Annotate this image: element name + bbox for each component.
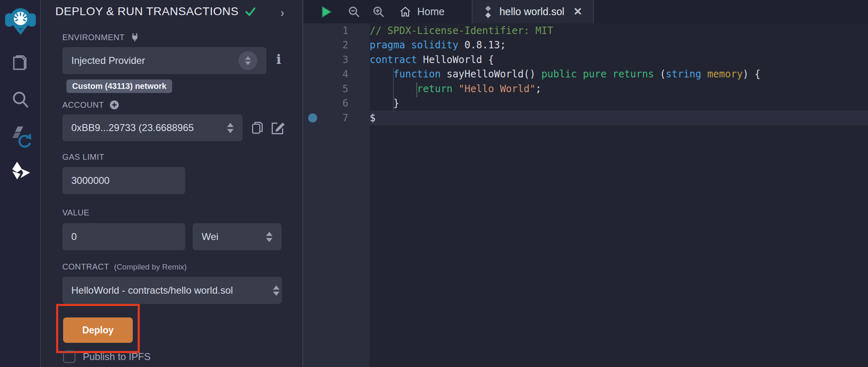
breakpoint-slot[interactable] bbox=[308, 99, 317, 108]
contract-label: CONTRACT (Compiled by Remix) bbox=[62, 262, 187, 272]
home-icon bbox=[399, 6, 411, 18]
run-play-icon[interactable] bbox=[319, 5, 333, 19]
gas-limit-label: GAS LIMIT bbox=[62, 152, 105, 162]
code-line-3[interactable]: contract HelloWorld { bbox=[370, 52, 868, 67]
plus-circle-icon[interactable] bbox=[109, 100, 120, 110]
code-line-1[interactable]: // SPDX-License-Identifier: MIT bbox=[370, 23, 868, 38]
account-label: ACCOUNT bbox=[62, 100, 120, 110]
deploy-and-run-icon[interactable] bbox=[0, 159, 41, 184]
contract-value: HelloWorld - contracts/hello world.sol bbox=[71, 285, 273, 296]
environment-info-icon[interactable]: i bbox=[276, 52, 281, 67]
breakpoint-slot[interactable] bbox=[308, 26, 317, 35]
unit-dropdown-icon[interactable] bbox=[266, 232, 273, 242]
code-area[interactable]: // SPDX-License-Identifier: MITpragma so… bbox=[370, 23, 868, 367]
panel-header: DEPLOY & RUN TRANSACTIONS bbox=[55, 5, 257, 18]
editor-gutter-lines: 1234567 bbox=[303, 23, 370, 125]
value-unit: Wei bbox=[202, 231, 266, 242]
panel-collapse-chevron-icon[interactable]: › bbox=[280, 6, 284, 20]
publish-ipfs-checkbox[interactable] bbox=[63, 351, 75, 363]
line-number-row[interactable]: 3 bbox=[303, 52, 370, 67]
gas-limit-value: 3000000 bbox=[71, 175, 109, 186]
zoom-out-icon[interactable] bbox=[348, 5, 361, 18]
line-number-row[interactable]: 6 bbox=[303, 96, 370, 111]
contract-select[interactable]: HelloWorld - contracts/hello world.sol bbox=[62, 277, 282, 304]
value-input[interactable]: 0 bbox=[62, 223, 185, 250]
activity-bar bbox=[0, 0, 41, 367]
breakpoint-dot[interactable] bbox=[308, 113, 317, 122]
tab-home[interactable]: Home bbox=[391, 0, 453, 23]
deploy-run-panel: DEPLOY & RUN TRANSACTIONS › ENVIRONMENT … bbox=[42, 0, 302, 367]
code-line-5[interactable]: return "Hello World"; bbox=[370, 82, 868, 96]
solidity-icon bbox=[483, 6, 493, 18]
solidity-compiler-icon[interactable] bbox=[0, 124, 41, 148]
gas-limit-input[interactable]: 3000000 bbox=[62, 167, 185, 194]
account-dropdown-icon[interactable] bbox=[227, 123, 234, 133]
code-line-7[interactable]: $ bbox=[370, 111, 868, 125]
line-number: 5 bbox=[317, 83, 370, 95]
value-amount: 0 bbox=[71, 231, 77, 242]
code-line-6[interactable]: } bbox=[370, 96, 868, 111]
environment-dropdown-icon[interactable] bbox=[239, 51, 257, 70]
indent-guide bbox=[393, 68, 394, 111]
environment-value: Injected Provider bbox=[71, 55, 239, 66]
panel-title: DEPLOY & RUN TRANSACTIONS bbox=[55, 5, 239, 18]
line-number: 1 bbox=[317, 25, 370, 36]
file-explorer-icon[interactable] bbox=[0, 53, 41, 75]
contract-sublabel: (Compiled by Remix) bbox=[114, 263, 186, 272]
publish-ipfs-label: Publish to IPFS bbox=[83, 351, 150, 362]
code-line-2[interactable]: pragma solidity 0.8.13; bbox=[370, 38, 868, 53]
line-number: 2 bbox=[317, 39, 370, 51]
line-number-row[interactable]: 1 bbox=[303, 23, 370, 38]
edit-account-icon[interactable] bbox=[270, 120, 285, 136]
account-value: 0xBB9...29733 (23.6688965 bbox=[71, 122, 227, 134]
account-select[interactable]: 0xBB9...29733 (23.6688965 bbox=[62, 114, 243, 141]
tab-hello-world-sol[interactable]: hello world.sol ✕ bbox=[472, 0, 594, 23]
success-check-icon bbox=[244, 5, 257, 18]
editor: Home hello world.sol ✕ 1234567 // SPDX-L… bbox=[302, 0, 868, 367]
line-number-row[interactable]: 7 bbox=[303, 111, 370, 125]
value-label: VALUE bbox=[62, 208, 89, 217]
publish-ipfs-row: Publish to IPFS bbox=[63, 351, 150, 363]
code-lines: // SPDX-License-Identifier: MITpragma so… bbox=[370, 23, 868, 125]
line-number: 3 bbox=[317, 54, 370, 66]
editor-tabbar: Home hello world.sol ✕ bbox=[303, 0, 868, 23]
deploy-button[interactable]: Deploy bbox=[63, 317, 133, 343]
breakpoint-slot[interactable] bbox=[308, 84, 317, 93]
breakpoint-slot[interactable] bbox=[308, 55, 317, 64]
environment-label: ENVIRONMENT bbox=[62, 32, 140, 43]
breakpoint-slot[interactable] bbox=[308, 41, 317, 50]
indent-guide-active bbox=[416, 82, 417, 97]
line-number-row[interactable]: 5 bbox=[303, 82, 370, 96]
line-number-row[interactable]: 2 bbox=[303, 38, 370, 53]
remix-logo-icon[interactable] bbox=[0, 4, 41, 37]
value-unit-select[interactable]: Wei bbox=[193, 223, 282, 250]
line-number: 4 bbox=[317, 68, 370, 80]
editor-gutter[interactable]: 1234567 bbox=[303, 23, 370, 367]
environment-select[interactable]: Injected Provider bbox=[62, 47, 266, 74]
line-number: 6 bbox=[317, 97, 370, 109]
plug-icon bbox=[130, 32, 140, 43]
network-badge: Custom (43113) network bbox=[66, 79, 172, 93]
line-number-row[interactable]: 4 bbox=[303, 67, 370, 82]
search-icon[interactable] bbox=[0, 89, 41, 111]
code-line-4[interactable]: function sayHelloWorld() public pure ret… bbox=[370, 67, 868, 82]
contract-dropdown-icon[interactable] bbox=[273, 285, 279, 296]
copy-account-icon[interactable] bbox=[250, 120, 265, 136]
close-tab-icon[interactable]: ✕ bbox=[573, 5, 582, 18]
tab-home-label: Home bbox=[417, 6, 445, 18]
tab-file-label: hello world.sol bbox=[500, 6, 564, 18]
breakpoint-slot[interactable] bbox=[308, 70, 317, 79]
line-number: 7 bbox=[317, 112, 370, 124]
zoom-in-icon[interactable] bbox=[372, 5, 385, 18]
